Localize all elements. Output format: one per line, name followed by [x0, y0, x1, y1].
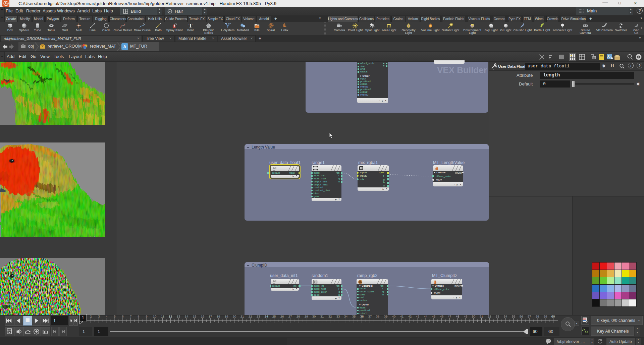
svg-text:A: A	[123, 44, 126, 49]
svg-text:T: T	[189, 23, 193, 28]
